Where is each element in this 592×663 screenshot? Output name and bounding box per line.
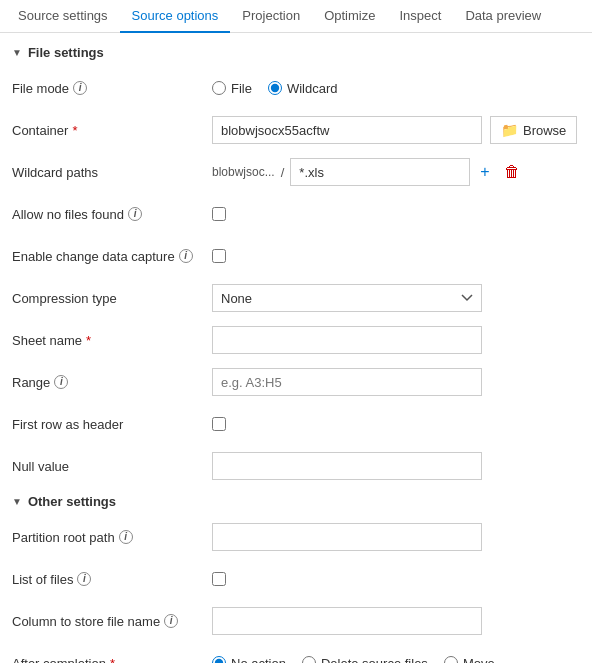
other-settings-section-header[interactable]: ▼ Other settings — [12, 494, 580, 509]
wildcard-separator: / — [281, 165, 285, 180]
compression-type-row: Compression type None gzip bzip2 deflate… — [12, 284, 580, 312]
after-completion-delete-radio[interactable] — [302, 656, 316, 663]
after-completion-move-option[interactable]: Move — [444, 656, 495, 664]
sheet-name-label: Sheet name * — [12, 333, 212, 348]
wildcard-delete-button[interactable]: 🗑 — [500, 161, 524, 183]
list-of-files-label: List of files i — [12, 572, 212, 587]
other-settings-label: Other settings — [28, 494, 116, 509]
after-completion-label: After completion * — [12, 656, 212, 664]
sheet-name-row: Sheet name * — [12, 326, 580, 354]
range-input[interactable] — [212, 368, 482, 396]
range-row: Range i — [12, 368, 580, 396]
allow-no-files-controls — [212, 207, 580, 221]
wildcard-paths-label: Wildcard paths — [12, 165, 212, 180]
file-mode-wildcard-option[interactable]: Wildcard — [268, 81, 338, 96]
file-mode-file-option[interactable]: File — [212, 81, 252, 96]
file-mode-radio-group: File Wildcard — [212, 81, 338, 96]
column-store-filename-label: Column to store file name i — [12, 614, 212, 629]
container-browse-button[interactable]: 📁 Browse — [490, 116, 577, 144]
first-row-header-row: First row as header — [12, 410, 580, 438]
sheet-name-required: * — [86, 333, 91, 348]
after-completion-no-action-option[interactable]: No action — [212, 656, 286, 664]
enable-change-capture-label: Enable change data capture i — [12, 249, 212, 264]
wildcard-paths-row: Wildcard paths blobwjsoc... / + 🗑 — [12, 158, 580, 186]
tab-inspect[interactable]: Inspect — [387, 0, 453, 33]
file-mode-file-radio[interactable] — [212, 81, 226, 95]
column-store-filename-row: Column to store file name i — [12, 607, 580, 635]
column-store-filename-info-icon: i — [164, 614, 178, 628]
container-required: * — [72, 123, 77, 138]
container-row: Container * 📁 Browse — [12, 116, 580, 144]
tab-bar: Source settings Source options Projectio… — [0, 0, 592, 33]
file-mode-label: File mode i — [12, 81, 212, 96]
enable-change-capture-checkbox[interactable] — [212, 249, 226, 263]
tab-source-options[interactable]: Source options — [120, 0, 231, 33]
sheet-name-controls — [212, 326, 580, 354]
allow-no-files-row: Allow no files found i — [12, 200, 580, 228]
container-controls: 📁 Browse — [212, 116, 580, 144]
folder-icon: 📁 — [501, 122, 518, 138]
file-mode-info-icon: i — [73, 81, 87, 95]
compression-type-controls: None gzip bzip2 deflate ZipDeflate TarGz… — [212, 284, 580, 312]
wildcard-path-prefix: blobwjsoc... — [212, 165, 275, 179]
range-controls — [212, 368, 580, 396]
container-label: Container * — [12, 123, 212, 138]
partition-root-path-info-icon: i — [119, 530, 133, 544]
compression-type-label: Compression type — [12, 291, 212, 306]
list-of-files-controls — [212, 572, 580, 586]
column-store-filename-controls — [212, 607, 580, 635]
file-mode-wildcard-radio[interactable] — [268, 81, 282, 95]
tab-projection[interactable]: Projection — [230, 0, 312, 33]
list-of-files-info-icon: i — [77, 572, 91, 586]
null-value-controls — [212, 452, 580, 480]
tab-source-settings[interactable]: Source settings — [6, 0, 120, 33]
allow-no-files-checkbox[interactable] — [212, 207, 226, 221]
container-input[interactable] — [212, 116, 482, 144]
wildcard-path-row: blobwjsoc... / + 🗑 — [212, 158, 524, 186]
file-settings-chevron: ▼ — [12, 47, 22, 58]
after-completion-row: After completion * No action Delete sour… — [12, 649, 580, 663]
tab-data-preview[interactable]: Data preview — [453, 0, 553, 33]
after-completion-move-radio[interactable] — [444, 656, 458, 663]
after-completion-controls: No action Delete source files Move — [212, 656, 580, 664]
file-settings-section-header[interactable]: ▼ File settings — [12, 45, 580, 60]
wildcard-paths-controls: blobwjsoc... / + 🗑 — [212, 158, 580, 186]
null-value-row: Null value — [12, 452, 580, 480]
first-row-header-controls — [212, 417, 580, 431]
main-content: ▼ File settings File mode i File Wildcar… — [0, 33, 592, 663]
allow-no-files-label: Allow no files found i — [12, 207, 212, 222]
after-completion-required: * — [110, 656, 115, 664]
wildcard-add-button[interactable]: + — [476, 161, 493, 183]
partition-root-path-row: Partition root path i — [12, 523, 580, 551]
compression-type-select[interactable]: None gzip bzip2 deflate ZipDeflate TarGz… — [212, 284, 482, 312]
enable-change-capture-row: Enable change data capture i — [12, 242, 580, 270]
enable-change-capture-info-icon: i — [179, 249, 193, 263]
sheet-name-input[interactable] — [212, 326, 482, 354]
partition-root-path-input[interactable] — [212, 523, 482, 551]
list-of-files-row: List of files i — [12, 565, 580, 593]
list-of-files-checkbox[interactable] — [212, 572, 226, 586]
file-mode-row: File mode i File Wildcard — [12, 74, 580, 102]
file-settings-label: File settings — [28, 45, 104, 60]
file-mode-controls: File Wildcard — [212, 81, 580, 96]
tab-optimize[interactable]: Optimize — [312, 0, 387, 33]
wildcard-path-input[interactable] — [290, 158, 470, 186]
first-row-header-checkbox[interactable] — [212, 417, 226, 431]
enable-change-capture-controls — [212, 249, 580, 263]
range-label: Range i — [12, 375, 212, 390]
first-row-header-label: First row as header — [12, 417, 212, 432]
partition-root-path-controls — [212, 523, 580, 551]
column-store-filename-input[interactable] — [212, 607, 482, 635]
after-completion-radio-group: No action Delete source files Move — [212, 656, 495, 664]
range-info-icon: i — [54, 375, 68, 389]
null-value-input[interactable] — [212, 452, 482, 480]
null-value-label: Null value — [12, 459, 212, 474]
after-completion-no-action-radio[interactable] — [212, 656, 226, 663]
after-completion-delete-option[interactable]: Delete source files — [302, 656, 428, 664]
allow-no-files-info-icon: i — [128, 207, 142, 221]
partition-root-path-label: Partition root path i — [12, 530, 212, 545]
other-settings-chevron: ▼ — [12, 496, 22, 507]
